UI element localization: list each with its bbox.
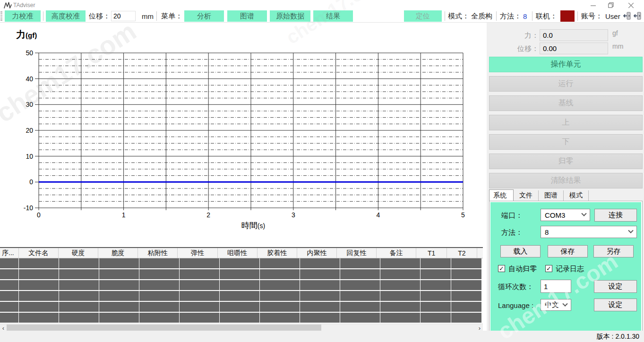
table-row[interactable] [0, 258, 483, 269]
table-header-cell[interactable]: 备注 [377, 248, 416, 258]
logout-icon[interactable] [633, 12, 641, 20]
log-checkbox[interactable]: ✓ [545, 265, 552, 272]
table-cell [19, 313, 59, 323]
toolbar-gripper[interactable] [0, 11, 2, 21]
port-value: COM3 [545, 211, 565, 219]
table-cell [300, 313, 340, 323]
table-header-cell[interactable]: 硬度 [59, 248, 98, 258]
restore-button[interactable] [603, 0, 619, 10]
table-cell [340, 291, 380, 301]
raw-data-button[interactable]: 原始数据 [270, 10, 310, 22]
method-dropdown[interactable]: 8 [541, 226, 637, 238]
set-cycles-button[interactable]: 设定 [594, 280, 637, 293]
height-calibration-button[interactable]: 高度校准 [46, 10, 86, 22]
table-cell [19, 291, 59, 301]
load-button[interactable]: 载入 [500, 245, 541, 257]
chevron-down-icon [628, 228, 633, 233]
method-value: 8 [523, 10, 527, 22]
table-row[interactable] [0, 302, 483, 313]
save-button[interactable]: 保存 [548, 245, 588, 257]
login-icon[interactable] [623, 12, 631, 20]
table-header-cell[interactable]: T1 [416, 248, 447, 258]
account-value: User [605, 10, 620, 22]
account-label: 账号： [581, 10, 602, 22]
cycles-input[interactable] [541, 280, 571, 293]
table-cell [451, 291, 482, 301]
analysis-button[interactable]: 分析 [184, 10, 224, 22]
save-as-button[interactable]: 另存 [593, 245, 634, 257]
positioning-button[interactable]: 定位 [404, 10, 442, 22]
close-button[interactable] [623, 0, 639, 10]
table-cell [380, 280, 421, 290]
table-cell [99, 269, 139, 279]
x-axis-title-unit: (s) [258, 222, 265, 230]
tab-模式[interactable]: 模式 [564, 190, 589, 201]
table-cell [180, 258, 220, 268]
action-button-1[interactable]: 操作单元 [489, 57, 643, 72]
table-cell [139, 291, 180, 301]
table-header-cell[interactable]: 回复性 [337, 248, 377, 258]
table-header-cell[interactable]: 咀嚼性 [218, 248, 258, 258]
language-dropdown[interactable]: 中文 [541, 299, 571, 311]
table-cell [0, 269, 19, 279]
set-language-button[interactable]: 设定 [594, 299, 637, 311]
force-unit: gf [612, 29, 618, 37]
table-header-cell[interactable]: T2 [447, 248, 477, 258]
method-label: 方法： [500, 10, 521, 22]
table-header-row: 序...文件名硬度脆度粘附性弹性咀嚼性胶着性内聚性回复性备注T1T2 [0, 247, 483, 258]
table-cell [380, 269, 421, 279]
table-cell [19, 302, 59, 312]
table-header-cell[interactable]: 文件名 [19, 248, 59, 258]
status-bar: 版本 : 2.0.1.30 [0, 331, 644, 342]
table-header-cell[interactable]: 序... [0, 248, 19, 258]
cycles-label: 循环次数： [498, 282, 533, 291]
minimize-button[interactable] [585, 0, 601, 10]
close-icon [628, 3, 634, 8]
table-cell [380, 313, 421, 323]
table-header-cell[interactable]: 脆度 [98, 248, 138, 258]
table-row[interactable] [0, 291, 483, 302]
table-cell [451, 269, 482, 279]
x-axis-title-name: 時間 [241, 221, 258, 230]
version-text: 版本 : 2.0.1.30 [597, 333, 639, 341]
tab-文件[interactable]: 文件 [514, 190, 539, 201]
table-row[interactable] [0, 313, 483, 324]
table-cell [220, 313, 260, 323]
svg-text:0: 0 [37, 211, 41, 219]
port-dropdown[interactable]: COM3 [541, 209, 590, 221]
connect-button[interactable]: 连接 [594, 209, 637, 222]
table-cell [421, 280, 451, 290]
table-cell [220, 269, 260, 279]
spectrum-button[interactable]: 图谱 [227, 10, 267, 22]
table-cell [220, 302, 260, 312]
minimize-icon [591, 3, 596, 8]
svg-text:0: 0 [29, 178, 33, 186]
method-value-panel: 8 [545, 228, 549, 236]
tab-系统[interactable]: 系统 [489, 189, 514, 202]
force-readout [540, 29, 608, 41]
table-row[interactable] [0, 280, 483, 291]
scrollbar-thumb[interactable] [7, 325, 321, 331]
force-calibration-button[interactable]: 力校准 [5, 10, 41, 22]
table-header-cell[interactable]: 弹性 [178, 248, 217, 258]
displacement-unit: mm [142, 10, 154, 22]
mode-label: 模式： [448, 10, 469, 22]
table-row[interactable] [0, 269, 483, 280]
displacement-input[interactable] [111, 11, 136, 21]
auto-zero-checkbox[interactable]: ✓ [498, 265, 505, 272]
svg-text:40: 40 [26, 75, 33, 83]
table-header-cell[interactable]: 胶着性 [258, 248, 297, 258]
table-cell [421, 313, 451, 323]
tab-图谱[interactable]: 图谱 [539, 190, 564, 201]
action-button-5: 下 [489, 134, 643, 150]
action-button-4: 上 [489, 115, 643, 130]
table-cell [300, 302, 340, 312]
table-cell [0, 302, 19, 312]
table-header-cell[interactable]: 粘附性 [138, 248, 178, 258]
table-cell [180, 280, 220, 290]
results-button[interactable]: 结果 [313, 10, 353, 22]
table-cell [451, 258, 482, 268]
table-cell [340, 258, 380, 268]
table-header-cell[interactable]: 内聚性 [297, 248, 337, 258]
action-button-3: 基线 [489, 95, 643, 111]
